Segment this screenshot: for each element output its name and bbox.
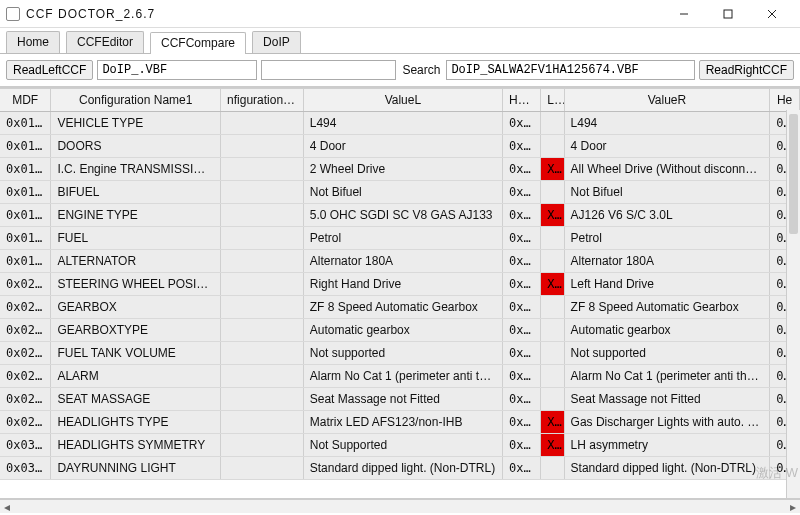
left-file-field[interactable] xyxy=(97,60,257,80)
cell xyxy=(541,181,564,204)
cell: 0x0137 xyxy=(0,135,51,158)
tab-doip[interactable]: DoIP xyxy=(252,31,301,53)
table-row[interactable]: 0x0277SEAT MASSAGESeat Massage not Fitte… xyxy=(0,388,800,411)
cell: 0x0287 xyxy=(0,411,51,434)
table-row[interactable]: 0x0187ALTERNATORAlternator 180A0x02Alter… xyxy=(0,250,800,273)
table-row[interactable]: 0x0137DOORS4 Door0x034 Door0x03 xyxy=(0,135,800,158)
table-row[interactable]: 0x0157BIFUELNot Bifuel0x01Not Bifuel0x01 xyxy=(0,181,800,204)
cell xyxy=(541,457,564,480)
table-row[interactable]: 0x0147I.C. Engine TRANSMISSION - ...2 Wh… xyxy=(0,158,800,181)
tab-ccfeditor[interactable]: CCFEditor xyxy=(66,31,144,53)
cell xyxy=(221,273,304,296)
maximize-button[interactable] xyxy=(706,0,750,28)
cell: Not Bifuel xyxy=(564,181,770,204)
cell: Not Bifuel xyxy=(303,181,502,204)
cell xyxy=(541,296,564,319)
cell xyxy=(221,434,304,457)
cell: Right Hand Drive xyxy=(303,273,502,296)
cell: XX xyxy=(541,273,564,296)
cell xyxy=(221,411,304,434)
cell: FUEL xyxy=(51,227,221,250)
col-hex-left[interactable]: HexL xyxy=(503,89,541,112)
tab-ccfcompare[interactable]: CCFCompare xyxy=(150,32,246,54)
horizontal-scrollbar[interactable]: ◂ ▸ xyxy=(0,499,800,513)
cell: Not supported xyxy=(564,342,770,365)
cell: ENGINE TYPE xyxy=(51,204,221,227)
cell: ZF 8 Speed Automatic Gearbox xyxy=(564,296,770,319)
vertical-scrollbar[interactable] xyxy=(786,110,800,498)
table-row[interactable]: 0x0267ALARMAlarm No Cat 1 (perimeter ant… xyxy=(0,365,800,388)
right-file-field[interactable] xyxy=(446,60,694,80)
cell xyxy=(541,227,564,250)
search-input[interactable] xyxy=(261,60,396,80)
cell xyxy=(221,319,304,342)
cell: 0x03 xyxy=(503,135,541,158)
app-icon xyxy=(6,7,20,21)
cell: HEADLIGHTS TYPE xyxy=(51,411,221,434)
cell: 0x02 xyxy=(503,457,541,480)
cell xyxy=(221,181,304,204)
cell xyxy=(541,388,564,411)
minimize-button[interactable] xyxy=(662,0,706,28)
cell xyxy=(221,112,304,135)
cell: ZF 8 Speed Automatic Gearbox xyxy=(303,296,502,319)
table-row[interactable]: 0x0167ENGINE TYPE5.0 OHC SGDI SC V8 GAS … xyxy=(0,204,800,227)
read-left-button[interactable]: ReadLeftCCF xyxy=(6,60,93,80)
col-config-name2[interactable]: nfiguration Nam xyxy=(221,89,304,112)
cell: Seat Massage not Fitted xyxy=(303,388,502,411)
col-mdf[interactable]: MDF xyxy=(0,89,51,112)
compare-toolbar: ReadLeftCCF Search ReadRightCCF xyxy=(0,54,800,88)
cell: 0x0187 xyxy=(0,250,51,273)
table-row[interactable]: 0x0287HEADLIGHTS TYPEMatrix LED AFS123/n… xyxy=(0,411,800,434)
cell: 0x0237 xyxy=(0,296,51,319)
table-row[interactable]: 0x0127VEHICLE TYPEL4940x0CL4940x0C xyxy=(0,112,800,135)
close-button[interactable] xyxy=(750,0,794,28)
cell xyxy=(221,296,304,319)
cell: 0x03 xyxy=(503,365,541,388)
cell: DOORS xyxy=(51,135,221,158)
compare-grid: MDF Configuration Name1 nfiguration Nam … xyxy=(0,88,800,499)
table-row[interactable]: 0x0237GEARBOXZF 8 Speed Automatic Gearbo… xyxy=(0,296,800,319)
cell: ALTERNATOR xyxy=(51,250,221,273)
cell: Not supported xyxy=(303,342,502,365)
table-row[interactable]: 0x0177FUELPetrol0x01Petrol0x01 xyxy=(0,227,800,250)
table-row[interactable]: 0x0227STEERING WHEEL POSITIONRight Hand … xyxy=(0,273,800,296)
table-row[interactable]: 0x0247GEARBOXTYPEAutomatic gearbox0x02Au… xyxy=(0,319,800,342)
scroll-left-icon[interactable]: ◂ xyxy=(0,500,14,514)
scroll-right-icon[interactable]: ▸ xyxy=(786,500,800,514)
cell: 0x01 xyxy=(503,158,541,181)
cell xyxy=(221,227,304,250)
cell xyxy=(541,319,564,342)
cell: Seat Massage not Fitted xyxy=(564,388,770,411)
cell: Petrol xyxy=(303,227,502,250)
tab-bar: Home CCFEditor CCFCompare DoIP xyxy=(0,28,800,54)
cell: Alarm No Cat 1 (perimeter anti theft) D.… xyxy=(564,365,770,388)
cell: 0x00 xyxy=(503,434,541,457)
cell xyxy=(221,158,304,181)
col-lr[interactable]: L|R xyxy=(541,89,564,112)
cell xyxy=(221,250,304,273)
cell: 2 Wheel Drive xyxy=(303,158,502,181)
col-hex-right[interactable]: He xyxy=(770,89,800,112)
col-config-name1[interactable]: Configuration Name1 xyxy=(51,89,221,112)
cell: 0x00 xyxy=(503,342,541,365)
cell: 0x0127 xyxy=(0,112,51,135)
cell: Alternator 180A xyxy=(564,250,770,273)
table-row[interactable]: 0x0337DAYRUNNING LIGHTStandard dipped li… xyxy=(0,457,800,480)
cell: BIFUEL xyxy=(51,181,221,204)
cell: 0x02 xyxy=(503,273,541,296)
cell: Alternator 180A xyxy=(303,250,502,273)
col-value-right[interactable]: ValueR xyxy=(564,89,770,112)
col-value-left[interactable]: ValueL xyxy=(303,89,502,112)
read-right-button[interactable]: ReadRightCCF xyxy=(699,60,794,80)
cell: XX xyxy=(541,411,564,434)
cell: ALARM xyxy=(51,365,221,388)
cell: AJ126 V6 S/C 3.0L xyxy=(564,204,770,227)
svg-rect-1 xyxy=(724,10,732,18)
cell: XX xyxy=(541,434,564,457)
tab-home[interactable]: Home xyxy=(6,31,60,53)
cell: SEAT MASSAGE xyxy=(51,388,221,411)
table-row[interactable]: 0x0257FUEL TANK VOLUMENot supported0x00N… xyxy=(0,342,800,365)
cell: 0x0177 xyxy=(0,227,51,250)
table-row[interactable]: 0x0327HEADLIGHTS SYMMETRYNot Supported0x… xyxy=(0,434,800,457)
